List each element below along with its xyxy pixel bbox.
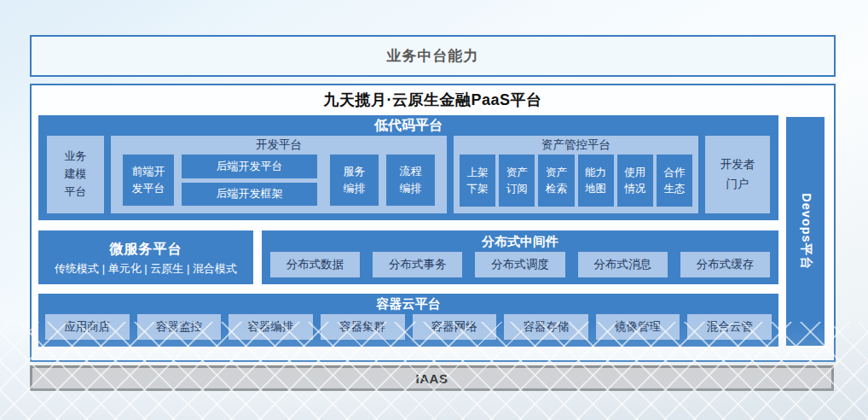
middleware-content: 分布式数据 分布式事务 分布式调度 分布式消息 分布式缓存 [262, 252, 778, 284]
section-microservice-platform: 微服务平台 传统模式 | 单元化 | 云原生 | 混合模式 [38, 230, 253, 284]
business-middle-platform-banner: 业务中台能力 [30, 35, 836, 77]
developer-portal-box: 开发者 门户 [705, 136, 770, 213]
dev-platform-group: 开发平台 前端开 发平台 后端开发平台 后端开发框架 服务 编排 流程 编排 [111, 136, 447, 213]
middleware-item-data: 分布式数据 [270, 252, 360, 277]
backend-dev-platform-box: 后端开发平台 [182, 155, 317, 178]
asset-item-search: 资产 检索 [538, 155, 574, 207]
section-distributed-middleware: 分布式中间件 分布式数据 分布式事务 分布式调度 分布式消息 分布式缓存 [262, 230, 778, 284]
middleware-title: 分布式中间件 [262, 230, 778, 252]
container-cloud-title: 容器云平台 [38, 294, 778, 314]
asset-control-platform-group: 资产管控平台 上架 下架 资产 订阅 资产 检索 能力 地图 使用 情况 合作 … [454, 136, 698, 213]
section-container-cloud-platform: 容器云平台 应用商店 容器监控 容器编排 容器集群 容器网络 容器存储 镜像管理… [38, 294, 778, 347]
middleware-item-cache: 分布式缓存 [680, 252, 770, 277]
asset-item-shelf: 上架 下架 [460, 155, 495, 207]
service-orchestration-box: 服务 编排 [330, 155, 379, 206]
asset-platform-title: 资产管控平台 [454, 136, 698, 155]
container-item-storage: 容器存储 [504, 314, 588, 340]
low-code-title: 低代码平台 [38, 115, 778, 136]
process-orchestration-box: 流程 编排 [386, 155, 435, 206]
microservice-title: 微服务平台 [38, 239, 253, 260]
low-code-content: 业务 建模 平台 开发平台 前端开 发平台 后端开发平台 后端开发框架 服务 编… [38, 136, 778, 220]
architecture-diagram: 业务中台能力 九天揽月·云原生金融PaaS平台 低代码平台 业务 建模 平台 开… [0, 0, 868, 420]
asset-item-ecosystem: 合作 生态 [657, 155, 692, 207]
banner-label: 业务中台能力 [387, 46, 479, 66]
middleware-item-scheduling: 分布式调度 [475, 252, 564, 277]
container-item-hybrid-cloud: 混合云管 [687, 314, 772, 340]
asset-item-capability-map: 能力 地图 [578, 155, 614, 207]
asset-item-subscribe: 资产 订阅 [499, 155, 535, 207]
container-item-cluster: 容器集群 [321, 314, 405, 340]
container-item-image-mgmt: 镜像管理 [596, 314, 680, 340]
middleware-item-message: 分布式消息 [578, 252, 668, 277]
container-item-app-store: 应用商店 [45, 314, 130, 340]
devops-platform-bar: Devops平台 [786, 117, 825, 346]
asset-item-usage: 使用 情况 [617, 155, 653, 207]
dev-platform-title: 开发平台 [111, 136, 447, 155]
business-modeling-platform-box: 业务 建模 平台 [47, 136, 104, 213]
frontend-dev-platform-box: 前端开 发平台 [123, 155, 174, 206]
paas-platform-container: 九天揽月·云原生金融PaaS平台 低代码平台 业务 建模 平台 开发平台 前端开… [30, 84, 836, 362]
container-item-network: 容器网络 [413, 314, 497, 340]
container-item-monitoring: 容器监控 [137, 314, 222, 340]
iaas-bar: IAAS [30, 365, 834, 391]
microservice-modes: 传统模式 | 单元化 | 云原生 | 混合模式 [38, 261, 253, 277]
backend-column: 后端开发平台 后端开发框架 [182, 155, 317, 206]
asset-platform-content: 上架 下架 资产 订阅 资产 检索 能力 地图 使用 情况 合作 生态 [454, 155, 698, 213]
platform-title: 九天揽月·云原生金融PaaS平台 [32, 90, 834, 110]
iaas-label: IAAS [416, 371, 448, 386]
section-low-code-platform: 低代码平台 业务 建模 平台 开发平台 前端开 发平台 后端开发平台 后端开发框… [38, 115, 778, 220]
backend-dev-framework-box: 后端开发框架 [182, 183, 317, 207]
container-cloud-content: 应用商店 容器监控 容器编排 容器集群 容器网络 容器存储 镜像管理 混合云管 [38, 314, 778, 347]
middleware-item-transaction: 分布式事务 [373, 252, 462, 277]
container-item-orchestration: 容器编排 [229, 314, 313, 340]
devops-label: Devops平台 [797, 193, 813, 269]
dev-platform-content: 前端开 发平台 后端开发平台 后端开发框架 服务 编排 流程 编排 [111, 155, 447, 213]
